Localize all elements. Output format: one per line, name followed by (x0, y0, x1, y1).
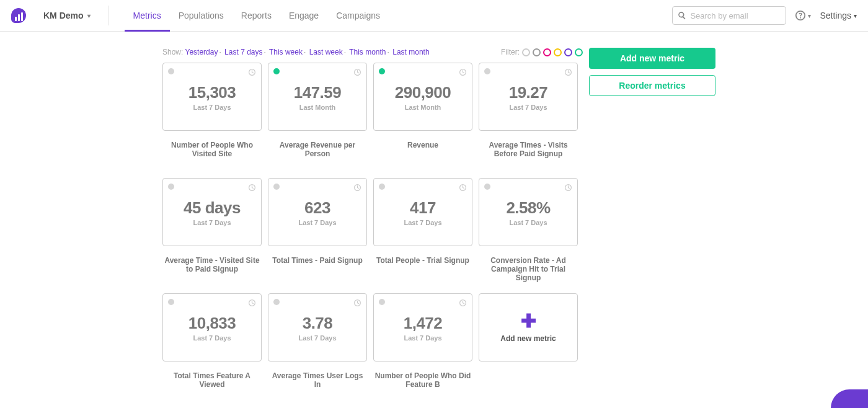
chevron-down-icon: ▾ (854, 12, 857, 19)
filter-dot[interactable] (533, 48, 541, 56)
app-logo[interactable] (11, 8, 26, 23)
main-nav: Metrics Populations Reports Engage Campa… (125, 0, 389, 32)
metric-cell: 3.78Last 7 DaysAverage Times User Logs I… (268, 293, 367, 408)
metric-cell: 2.58%Last 7 DaysConversion Rate - Ad Cam… (479, 178, 578, 293)
metric-cell: 1,472Last 7 DaysNumber of People Who Did… (373, 293, 472, 408)
metric-card[interactable]: 2.58%Last 7 Days (479, 178, 578, 246)
range-lastmonth[interactable]: Last month (392, 48, 429, 56)
filter-dot[interactable] (554, 48, 562, 56)
metric-card[interactable]: 19.27Last 7 Days (479, 63, 578, 131)
workspace-name: KM Demo (43, 11, 84, 20)
add-tile-label: Add new metric (500, 334, 556, 343)
settings-label: Settings (820, 11, 851, 20)
metric-card[interactable]: 623Last 7 Days (268, 178, 367, 246)
metric-card[interactable]: 10,833Last 7 Days (162, 293, 262, 361)
metric-card[interactable]: 417Last 7 Days (373, 178, 472, 246)
svg-line-2 (252, 73, 254, 73)
reorder-metrics-button[interactable]: Reorder metrics (589, 75, 715, 96)
metric-cell: 45 daysLast 7 DaysAverage Time - Visited… (162, 178, 262, 293)
metric-period: Last 7 Days (509, 219, 547, 226)
metric-period: Last 7 Days (298, 334, 336, 342)
clock-icon (564, 68, 572, 76)
metrics-grid: 15,303Last 7 DaysNumber of People Who Vi… (162, 63, 583, 408)
clock-icon (353, 184, 361, 192)
status-dot (168, 299, 174, 305)
metric-period: Last 7 Days (298, 219, 336, 226)
status-dot (168, 68, 174, 74)
nav-campaigns[interactable]: Campaigns (327, 0, 389, 32)
plus-icon: ✚ (521, 312, 536, 330)
metric-cell: 10,833Last 7 DaysTotal Times Feature A V… (162, 293, 262, 408)
help-icon (795, 10, 806, 21)
metric-card[interactable]: 290,900Last Month (373, 63, 472, 131)
nav-reports[interactable]: Reports (232, 0, 280, 32)
metric-period: Last Month (405, 104, 441, 111)
status-dot (273, 184, 280, 190)
metric-value: 15,303 (188, 83, 236, 102)
metric-title: Total Times - Paid Signup (268, 256, 367, 293)
color-filter: Filter: (501, 48, 583, 56)
metric-period: Last Month (299, 104, 336, 111)
metric-title: Number of People Who Visited Site (162, 141, 262, 178)
clock-icon (459, 184, 467, 192)
metric-cell: ✚Add new metric (479, 293, 578, 408)
help-menu[interactable]: ▾ (795, 10, 811, 21)
metric-cell: 19.27Last 7 DaysAverage Times - Visits B… (479, 63, 578, 178)
clock-icon (459, 68, 467, 76)
workspace-switcher[interactable]: KM Demo ▾ (43, 6, 108, 25)
metric-value: 147.59 (294, 83, 342, 102)
status-dot (379, 299, 385, 305)
metric-cell: 417Last 7 DaysTotal People - Trial Signu… (373, 178, 472, 293)
range-thismonth[interactable]: This month (349, 48, 386, 56)
metric-card[interactable]: 3.78Last 7 Days (268, 293, 367, 361)
nav-engage[interactable]: Engage (280, 0, 327, 32)
nav-populations[interactable]: Populations (170, 0, 232, 32)
status-dot (273, 299, 280, 305)
add-metric-tile[interactable]: ✚Add new metric (479, 293, 578, 361)
metric-value: 417 (410, 198, 436, 218)
metric-value: 3.78 (303, 314, 333, 333)
side-actions: Add new metric Reorder metrics (589, 48, 715, 408)
svg-line-32 (463, 303, 464, 304)
metric-card[interactable]: 45 daysLast 7 Days (162, 178, 262, 246)
metric-title: Average Times User Logs In (268, 371, 367, 408)
filter-label: Filter: (501, 48, 520, 56)
svg-line-17 (358, 188, 359, 188)
show-label: Show: (162, 48, 183, 56)
nav-metrics[interactable]: Metrics (125, 0, 170, 32)
settings-menu[interactable]: Settings ▾ (820, 11, 857, 20)
filter-dot[interactable] (522, 48, 530, 56)
metric-cell: 147.59Last MonthAverage Revenue per Pers… (268, 63, 367, 178)
metric-card[interactable]: 15,303Last 7 Days (162, 63, 262, 131)
status-dot (379, 68, 385, 74)
svg-line-29 (358, 303, 359, 304)
metric-period: Last 7 Days (404, 219, 441, 226)
range-last7days[interactable]: Last 7 days (224, 48, 262, 56)
metric-period: Last 7 Days (404, 334, 441, 342)
metric-value: 1,472 (404, 314, 443, 333)
metric-title: Revenue (373, 141, 472, 178)
filter-dot[interactable] (575, 48, 583, 56)
metric-card[interactable]: 147.59Last Month (268, 63, 367, 131)
metric-cell: 290,900Last MonthRevenue (373, 63, 472, 178)
range-thisweek[interactable]: This week (269, 48, 303, 56)
top-bar: KM Demo ▾ Metrics Populations Reports En… (0, 0, 868, 32)
filter-dot[interactable] (543, 48, 551, 56)
status-dot (484, 184, 490, 190)
svg-line-8 (463, 73, 464, 73)
metric-value: 290,900 (395, 83, 451, 102)
metric-card[interactable]: 1,472Last 7 Days (373, 293, 472, 361)
range-lastweek[interactable]: Last week (309, 48, 343, 56)
search-icon (678, 11, 686, 20)
metric-title: Average Times - Visits Before Paid Signu… (479, 141, 578, 178)
add-new-metric-button[interactable]: Add new metric (589, 48, 715, 69)
filter-dot[interactable] (564, 48, 572, 56)
metric-title: Average Revenue per Person (268, 141, 367, 178)
clock-icon (248, 68, 256, 76)
clock-icon (459, 299, 467, 307)
range-yesterday[interactable]: Yesterday (185, 48, 218, 56)
search-input[interactable] (690, 11, 781, 20)
search-box[interactable] (672, 6, 786, 25)
clock-icon (353, 68, 361, 76)
controls-row: Show: Yesterday· Last 7 days· This week·… (162, 48, 583, 56)
